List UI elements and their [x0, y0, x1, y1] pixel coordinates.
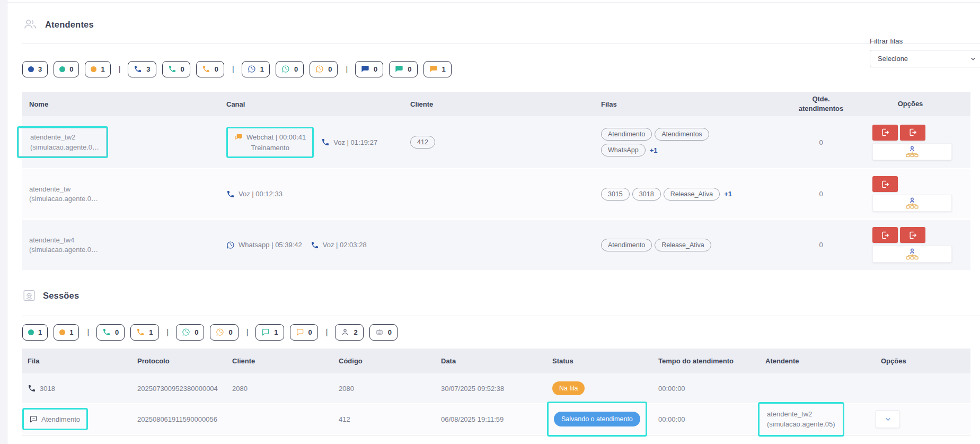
counter-whatsapp-blue[interactable]: 1: [242, 61, 270, 77]
counter-whatsapp-orange[interactable]: 0: [210, 324, 238, 341]
sessoes-title: Sessões: [43, 291, 79, 301]
status-badge: Na fila: [552, 381, 585, 395]
col-nome: Nome: [29, 100, 226, 108]
section-divider: [22, 43, 980, 44]
canal-cell: Webchat | 00:00:41 Treinamento Voz | 01:…: [226, 127, 410, 158]
col-tempo: Tempo do atendimento: [658, 357, 765, 365]
fila-pill: 3018: [632, 188, 661, 201]
opcoes-cell: [850, 125, 970, 160]
table-row: Atendimento 202508061911590000056 412 06…: [22, 404, 970, 435]
filas-more-badge[interactable]: +1: [650, 146, 658, 154]
counter-session-green[interactable]: 1: [22, 324, 48, 341]
logout-channel-button[interactable]: [872, 125, 898, 141]
counter-value: 0: [328, 65, 332, 73]
table-row: atendente_tw (simulacao.agente.0… Voz | …: [22, 169, 970, 220]
counter-value: 3: [146, 65, 150, 73]
counter-voice-green[interactable]: 0: [96, 324, 125, 341]
phone-icon: [202, 65, 210, 73]
fila-pill: Atendimentos: [655, 128, 709, 141]
filas-cell: 3015 3018 Release_Ativa +1: [601, 186, 755, 202]
counter-chat-green[interactable]: 0: [389, 61, 417, 77]
bot-icon: [375, 328, 384, 336]
queues-hierarchy-button[interactable]: [872, 195, 952, 212]
col-canal: Canal: [226, 100, 410, 108]
section-divider: [22, 316, 980, 316]
col-cliente: Cliente: [410, 100, 601, 108]
cliente-cell: 2080: [232, 385, 339, 393]
col-codigo: Código: [339, 357, 441, 365]
counter-value: 0: [69, 65, 73, 73]
people-icon: [22, 18, 38, 31]
fila-cell: Atendimento: [28, 413, 137, 425]
logout-channel-button[interactable]: [872, 227, 898, 243]
whatsapp-icon: [182, 328, 190, 336]
codigo-cell: 412: [339, 415, 441, 423]
table-row: atendente_tw2 (simulacao.agente.0… Webch…: [22, 116, 970, 169]
counter-value: 0: [115, 328, 119, 336]
row-options-button[interactable]: [876, 410, 900, 428]
phone-icon: [102, 328, 111, 336]
counter-voice-orange[interactable]: 0: [196, 61, 224, 77]
chat-dots-icon: [29, 415, 38, 423]
codigo-cell: 2080: [339, 385, 441, 393]
whatsapp-icon: [216, 328, 224, 336]
highlight-box: Atendimento: [22, 408, 88, 430]
circle-icon: [59, 66, 65, 72]
counter-whatsapp-orange[interactable]: 0: [310, 61, 338, 77]
counter-voice-orange[interactable]: 1: [130, 324, 158, 341]
counter-clients[interactable]: 2: [335, 324, 363, 341]
filter-filas-value: Selecione: [878, 55, 908, 63]
status-cell: Salvando o atendimento: [552, 410, 658, 428]
filter-filas-select[interactable]: Selecione: [870, 50, 980, 67]
counter-value: 0: [228, 328, 232, 336]
circle-icon: [28, 66, 34, 72]
filter-filas: Filtrar filas Selecione: [870, 37, 980, 67]
attendant-login: (simulacao.agente.05): [767, 419, 835, 430]
logout-channel-button[interactable]: [900, 125, 925, 141]
highlight-box: Salvando o atendimento: [547, 402, 647, 437]
counter-total-orange[interactable]: 1: [85, 61, 110, 77]
queues-hierarchy-button[interactable]: [872, 143, 952, 160]
atendentes-section-header: Atendentes: [22, 15, 980, 34]
tempo-cell: 00:00:00: [658, 415, 765, 423]
counter-value: 0: [308, 328, 312, 336]
filas-cell: Atendimento Atendimentos WhatsApp +1: [601, 126, 755, 158]
channel-whatsapp: Whatsapp | 05:39:42: [226, 241, 302, 249]
data-cell: 06/08/2025 19:11:59: [441, 415, 552, 423]
counter-session-orange[interactable]: 1: [54, 324, 79, 341]
opcoes-cell: [850, 176, 970, 212]
channel-sub-label: Treinamento: [234, 144, 306, 152]
filas-more-badge[interactable]: +1: [724, 190, 732, 198]
counter-bot[interactable]: 0: [369, 324, 398, 341]
counter-value: 0: [408, 65, 411, 73]
group-separator: |: [232, 65, 234, 73]
counter-chat-blue[interactable]: 0: [355, 61, 383, 77]
counter-whatsapp-green[interactable]: 0: [276, 61, 304, 77]
counter-webchat-orange[interactable]: 0: [290, 324, 318, 341]
channel-voz: Voz | 01:19:27: [321, 138, 377, 146]
counter-chat-orange[interactable]: 1: [423, 61, 452, 77]
logout-channel-button[interactable]: [900, 227, 925, 243]
counter-value: 1: [274, 328, 278, 336]
counter-voice-green[interactable]: 0: [162, 61, 190, 77]
fila-pill: Atendimento: [601, 239, 652, 251]
col-data: Data: [441, 357, 552, 365]
chat-square-icon: [261, 328, 270, 336]
counter-total-green[interactable]: 0: [54, 61, 79, 77]
counter-total-blue[interactable]: 3: [22, 61, 48, 77]
col-opcoes: Opções: [872, 357, 970, 365]
chat-icon: [361, 65, 369, 73]
circle-icon: [91, 66, 96, 72]
channel-label: Whatsapp | 05:39:42: [239, 241, 302, 249]
counter-whatsapp-green[interactable]: 0: [176, 324, 204, 341]
logout-channel-button[interactable]: [872, 176, 898, 192]
whatsapp-icon: [315, 65, 324, 73]
counter-voice-blue[interactable]: 3: [128, 61, 156, 77]
channel-label: Webchat | 00:00:41: [246, 133, 306, 141]
channel-voz: Voz | 00:12:33: [226, 190, 282, 198]
queues-hierarchy-button[interactable]: [872, 246, 952, 263]
whatsapp-icon: [281, 65, 290, 73]
attendant-login: (simulacao.agente.0…: [30, 143, 99, 152]
fila-pill: Release_Ativa: [655, 239, 711, 251]
counter-webchat-green[interactable]: 1: [255, 324, 284, 341]
